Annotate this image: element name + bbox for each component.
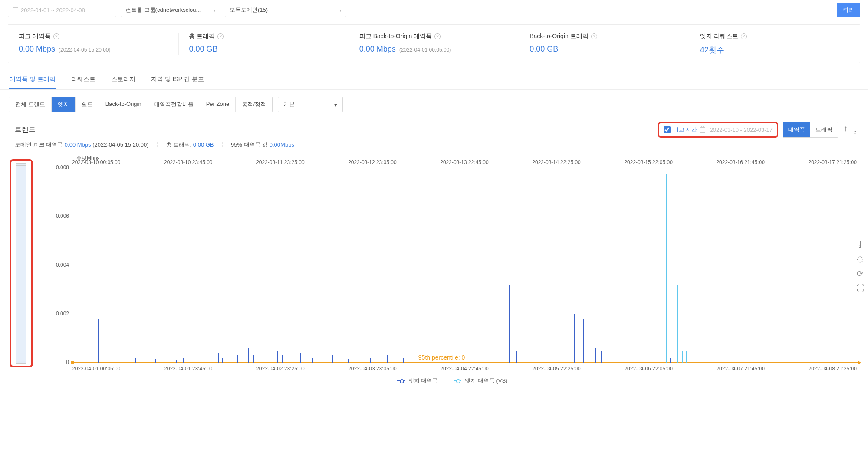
y-tick: 0.006 <box>47 213 69 219</box>
stat-value: 0.00 GB <box>189 45 217 54</box>
tab-storage[interactable]: 스토리지 <box>110 71 136 89</box>
tab-bandwidth-traffic[interactable]: 대역폭 및 트래픽 <box>9 71 56 89</box>
chart-bar <box>403 358 404 363</box>
chart-bar <box>370 358 371 363</box>
date-range-picker[interactable]: 2022-04-01 ~ 2022-04-08 <box>8 3 116 17</box>
y-axis-unit: 유닛Mbps <box>76 155 99 162</box>
export-icon[interactable]: ⤴ <box>843 125 847 134</box>
help-icon[interactable]: ? <box>53 33 59 39</box>
date-range-text: 2022-04-01 ~ 2022-04-08 <box>21 7 85 13</box>
subtab-edge[interactable]: 엣지 <box>52 97 76 112</box>
basic-select[interactable]: 기본 ▾ <box>278 97 343 112</box>
x-top-tick: 2022-03-12 23:05:00 <box>348 159 396 165</box>
compare-time-box: 비교 시간 2022-03-10 - 2022-03-17 <box>658 122 778 138</box>
compare-checkbox[interactable] <box>664 126 671 133</box>
y-tick: 0.008 <box>47 164 69 170</box>
control-group-select[interactable]: 컨트롤 그룹(cdnetworksclou... ▾ <box>121 3 220 17</box>
legend-label-s2[interactable]: 엣지 대역폭 (VS) <box>465 377 507 385</box>
chart-bar <box>237 355 238 363</box>
compare-label: 비교 시간 <box>673 126 697 134</box>
chart-bar <box>218 353 219 363</box>
domain-select[interactable]: 모두도메인(15) ▾ <box>225 3 346 17</box>
download-data-icon[interactable]: ⭳ <box>857 240 865 249</box>
chart-bar <box>300 353 301 363</box>
stat-edge-requests: 엣지 리퀘스트? 42횟수 <box>690 25 860 63</box>
stat-peak-bto: 피크 Back-to-Origin 대역폭? 0.00 Mbps(2022-04… <box>349 25 519 63</box>
chart-bar <box>222 358 223 363</box>
help-icon[interactable]: ? <box>434 33 441 39</box>
stat-peak-bandwidth: 피크 대역폭? 0.00 Mbps(2022-04-05 15:20:00) <box>8 25 178 63</box>
stat-label: Back-to-Origin 트래픽 <box>529 33 588 40</box>
baseline-arrow-icon <box>858 360 861 365</box>
legend-label-s1[interactable]: 엣지 대역폭 <box>408 377 438 385</box>
query-button[interactable]: 쿼리 <box>837 3 860 17</box>
y-tick: 0 <box>47 359 69 365</box>
y-tick: 0.004 <box>47 262 69 268</box>
subtab-all-trend[interactable]: 전체 트렌드 <box>9 97 52 112</box>
help-icon[interactable]: ? <box>217 33 224 39</box>
x-bot-tick: 2022-04-01 00:05:00 <box>72 366 120 372</box>
refresh-icon[interactable]: ◌ <box>857 254 865 264</box>
help-icon[interactable]: ? <box>591 33 597 39</box>
chart-bar <box>183 358 184 363</box>
toggle-bandwidth[interactable]: 대역폭 <box>783 122 810 137</box>
subtab-bto[interactable]: Back-to-Origin <box>99 97 148 112</box>
basic-select-label: 기본 <box>283 101 295 108</box>
x-top-tick: 2022-03-11 23:25:00 <box>256 159 304 165</box>
x-bot-tick: 2022-04-05 22:25:00 <box>532 366 580 372</box>
x-top-tick: 2022-03-16 21:45:00 <box>716 159 764 165</box>
chart-bar <box>155 359 156 363</box>
meta-peak-value: 0.00 Mbps <box>65 141 91 148</box>
x-top-tick: 2022-03-13 22:45:00 <box>440 159 488 165</box>
sub-tab-group: 전체 트렌드 엣지 쉴드 Back-to-Origin 대역폭절감비율 Per … <box>9 97 273 112</box>
tab-region-isp[interactable]: 지역 및 ISP 간 분포 <box>150 71 205 89</box>
chart-bar <box>513 348 513 363</box>
stat-total-traffic: 총 트래픽? 0.00 GB <box>178 25 349 63</box>
chart-bar <box>248 348 249 363</box>
toggle-traffic[interactable]: 트래픽 <box>810 122 838 137</box>
meta-total-label: 총 트래픽: <box>166 141 191 148</box>
scrubber-handle-bottom[interactable] <box>16 361 26 364</box>
scrubber-handle-top[interactable] <box>16 163 26 166</box>
chart-bar <box>98 319 99 363</box>
meta-p95-label: 95% 대역폭 값 <box>231 141 268 148</box>
chart-bar <box>686 351 687 363</box>
mini-scrubber[interactable] <box>10 159 33 367</box>
help-icon[interactable]: ? <box>741 33 747 39</box>
chevron-down-icon: ▾ <box>339 8 342 13</box>
chart-tool-icons: ⭳ ◌ ⟳ ⛶ <box>857 240 865 293</box>
subtab-dynamic-static[interactable]: 동적/정적 <box>236 97 272 112</box>
percentile-annotation: 95th percentile: 0 <box>418 354 465 361</box>
main-tabs: 대역폭 및 트래픽 리퀘스트 스토리지 지역 및 ISP 간 분포 <box>0 71 868 90</box>
y-tick: 0.002 <box>47 311 69 317</box>
repeat-icon[interactable]: ⟳ <box>857 269 865 279</box>
y-axis-ticks: 0.0080.0060.0040.0020 <box>47 164 69 365</box>
download-icon[interactable]: ⭳ <box>852 125 859 134</box>
chart-bar <box>516 351 517 363</box>
x-bot-tick: 2022-04-03 23:05:00 <box>348 366 396 372</box>
control-group-label: 컨트롤 그룹(cdnetworksclou... <box>125 6 201 14</box>
chart-bar <box>135 358 136 363</box>
subtab-shield[interactable]: 쉴드 <box>76 97 99 112</box>
chart-bar <box>601 351 602 363</box>
calendar-icon <box>700 127 705 133</box>
chart-bar <box>387 355 388 363</box>
stat-bto-traffic: Back-to-Origin 트래픽? 0.00 GB <box>519 25 689 63</box>
chart-bar <box>583 319 584 363</box>
trend-meta: 도메인 피크 대역폭 0.00 Mbps (2022-04-05 15:20:0… <box>0 138 868 149</box>
chart-bar <box>282 355 283 363</box>
chart-bar <box>674 191 674 363</box>
subtab-bwsavings[interactable]: 대역폭절감비율 <box>148 97 200 112</box>
fullscreen-icon[interactable]: ⛶ <box>857 284 865 293</box>
chart-bar <box>263 353 263 363</box>
meta-total-value: 0.00 GB <box>193 141 214 148</box>
compare-dates[interactable]: 2022-03-10 - 2022-03-17 <box>710 127 773 133</box>
stat-value: 0.00 GB <box>529 45 558 54</box>
tab-request[interactable]: 리퀘스트 <box>70 71 96 89</box>
stats-card: 피크 대역폭? 0.00 Mbps(2022-04-05 15:20:00) 총… <box>8 24 860 63</box>
subtab-perzone[interactable]: Per Zone <box>200 97 236 112</box>
chart-bar <box>574 314 575 363</box>
chart-bar <box>312 358 313 363</box>
stat-label: 엣지 리퀘스트 <box>700 33 738 40</box>
x-bot-tick: 2022-04-01 23:45:00 <box>164 366 212 372</box>
